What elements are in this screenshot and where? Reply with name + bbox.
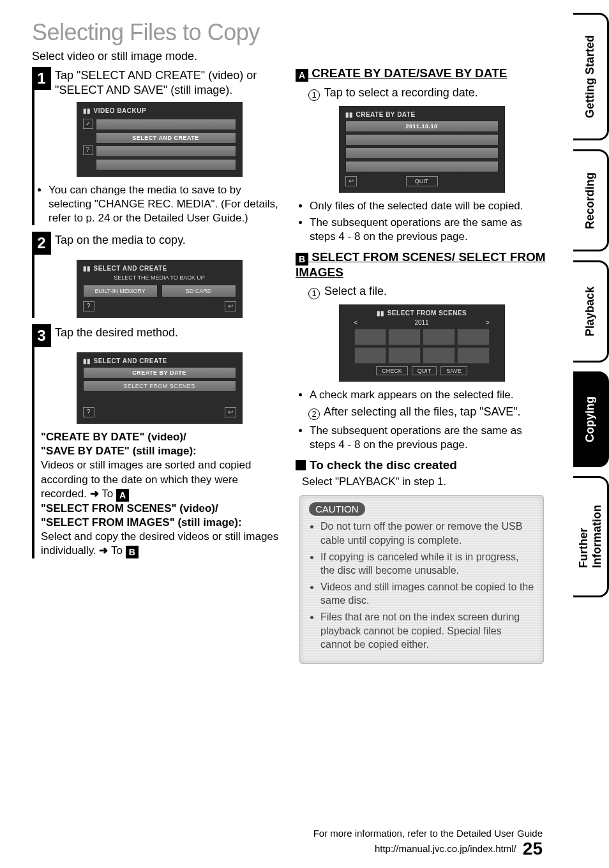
thumbnail (388, 347, 421, 364)
step-3-text: Tap the desired method. (55, 324, 178, 340)
check-icon: ✓ (83, 119, 93, 129)
section-b-bullet-2: The subsequent operations are the same a… (310, 424, 548, 452)
tab-recording[interactable]: Recording (573, 149, 609, 251)
step-2: 2 Tap on the media to copy. ▮▮SELECT AND… (32, 232, 284, 318)
menu-row (96, 159, 236, 170)
create-by-date-row: CREATE BY DATE (83, 367, 236, 378)
lcd-title: SELECT AND CREATE (94, 357, 167, 364)
section-b-bullet-1: A check mark appears on the selected fil… (310, 388, 548, 402)
method-b-title-2: "SELECT FROM IMAGES" (still image): (41, 516, 242, 528)
lcd-video-backup: ▮▮VIDEO BACKUP ✓ ? SELECT AND CREATE (77, 102, 243, 177)
to-label: To (102, 488, 113, 500)
method-b-title-1: "SELECT FROM SCENES" (video)/ (41, 502, 218, 514)
step-2-text: Tap on the media to copy. (55, 232, 186, 248)
help-icon: ? (83, 301, 94, 311)
page-footer: For more information, refer to the Detai… (0, 828, 549, 859)
substep-1-icon: 1 (308, 89, 320, 101)
section-a-bullet-2: The subsequent operations are the same a… (310, 216, 548, 244)
menu-row (96, 146, 236, 157)
method-a-title-2: "SAVE BY DATE" (still image): (41, 445, 197, 457)
video-icon: ▮▮ (83, 265, 91, 272)
help-icon: ? (83, 407, 94, 417)
date-row (345, 161, 499, 172)
section-a-icon: A (296, 69, 308, 82)
page-title: Selecting Files to Copy (32, 19, 284, 46)
section-b-step2: After selecting all the files, tap "SAVE… (324, 405, 521, 418)
thumbnail (457, 329, 490, 345)
lcd-title: CREATE BY DATE (356, 111, 416, 118)
square-bullet-icon (296, 460, 306, 470)
step-1-note: You can change the media to save to by s… (49, 183, 284, 225)
quit-button: QUIT (412, 366, 437, 375)
tab-playback[interactable]: Playback (573, 260, 609, 363)
date-row: 2011.10.10 (345, 121, 499, 132)
ref-b-icon: B (126, 546, 139, 558)
sd-card-button: SD CARD (162, 285, 236, 297)
caution-item: Do not turn off the power or remove the … (320, 520, 534, 547)
section-tabs: Getting Started Recording Playback Copyi… (573, 13, 609, 597)
lcd-select-media: ▮▮SELECT AND CREATE SELECT THE MEDIA TO … (77, 260, 243, 318)
mode-instruction: Select video or still image mode. (32, 50, 284, 63)
method-a-title-1: "CREATE BY DATE" (video)/ (41, 431, 186, 443)
section-a-step1: Tap to select a recording date. (324, 86, 478, 99)
section-b-icon: B (296, 253, 308, 266)
footer-url: http://manual.jvc.co.jp/index.html/ (375, 843, 516, 854)
thumbnail (388, 329, 421, 345)
lcd-title: VIDEO BACKUP (94, 107, 147, 114)
section-a-header: A CREATE BY DATE/SAVE BY DATE (296, 66, 548, 82)
video-icon: ▮▮ (345, 111, 354, 118)
video-icon: ▮▮ (83, 357, 91, 364)
video-icon: ▮▮ (377, 310, 385, 317)
tab-further-information[interactable]: Further Information (573, 476, 609, 597)
section-b-step1: Select a file. (324, 285, 387, 297)
step-1-text: Tap "SELECT AND CREATE" (video) or "SELE… (55, 67, 284, 97)
year-label: 2011 (414, 319, 428, 326)
tab-copying[interactable]: Copying (573, 371, 609, 467)
check-disc-header: To check the disc created (296, 458, 548, 472)
ref-a-icon: A (116, 489, 129, 502)
caution-label: CAUTION (309, 502, 365, 516)
thumbnail (423, 347, 455, 364)
step-1-number: 1 (32, 67, 51, 90)
step-3: 3 Tap the desired method. ▮▮SELECT AND C… (32, 324, 284, 558)
menu-row (96, 119, 236, 130)
footer-line1: For more information, refer to the Detai… (313, 828, 543, 839)
select-from-scenes-row: SELECT FROM SCENES (83, 380, 236, 392)
thumbnail (354, 329, 387, 345)
thumbnail (423, 329, 455, 345)
builtin-memory-button: BUILT-IN MEMORY (83, 285, 158, 297)
return-icon: ↩ (225, 301, 236, 311)
step-2-number: 2 (32, 232, 51, 255)
step-1: 1 Tap "SELECT AND CREATE" (video) or "SE… (32, 67, 284, 225)
section-a-bullet-1: Only files of the selected date will be … (310, 199, 548, 213)
thumbnail (457, 347, 490, 364)
method-b-desc: Select and copy the desired videos or st… (41, 530, 278, 557)
step-3-number: 3 (32, 324, 51, 347)
lcd-title: SELECT AND CREATE (94, 265, 167, 272)
video-icon: ▮▮ (83, 107, 91, 114)
check-button: CHECK (376, 366, 408, 375)
page-number: 25 (523, 839, 543, 858)
method-a-desc: Videos or still images are sorted and co… (41, 459, 251, 499)
menu-row-select-and-create: SELECT AND CREATE (96, 132, 236, 144)
caution-item: Files that are not on the index screen d… (320, 610, 534, 652)
lcd-select-method: ▮▮SELECT AND CREATE CREATE BY DATE SELEC… (77, 352, 243, 424)
help-icon: ? (83, 145, 93, 155)
lcd-title: SELECT FROM SCENES (387, 310, 467, 317)
prev-icon: < (354, 319, 358, 326)
lcd-select-from-scenes: ▮▮SELECT FROM SCENES <2011> CHECK QUIT S… (339, 304, 505, 382)
date-row (345, 134, 499, 146)
lcd-create-by-date: ▮▮CREATE BY DATE 2011.10.10 ↩ QUIT (339, 106, 505, 193)
return-icon: ↩ (225, 407, 236, 417)
caution-box: CAUTION Do not turn off the power or rem… (299, 495, 544, 663)
check-disc-text: Select "PLAYBACK" in step 1. (302, 475, 548, 489)
thumbnail (354, 347, 387, 364)
tab-getting-started[interactable]: Getting Started (573, 13, 609, 140)
next-icon: > (486, 319, 490, 326)
return-icon: ↩ (345, 176, 357, 186)
save-button: SAVE (440, 366, 467, 375)
date-row (345, 147, 499, 159)
to-label: To (111, 544, 123, 557)
section-b-header: B SELECT FROM SCENES/ SELECT FROM IMAGES (296, 250, 548, 280)
substep-2-icon: 2 (308, 408, 320, 420)
